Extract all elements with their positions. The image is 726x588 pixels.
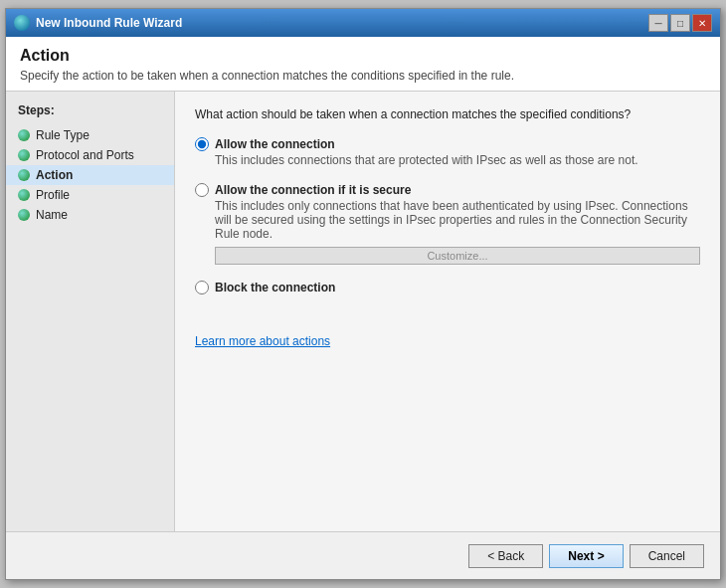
content-area: Steps: Rule Type Protocol and Ports Acti… [6,92,720,531]
step-label-name: Name [36,208,68,222]
option-allow-secure-row: Allow the connection if it is secure [195,183,700,197]
radio-allow-secure[interactable] [195,183,209,197]
maximize-button[interactable]: □ [670,14,690,32]
footer: < Back Next > Cancel [6,531,720,579]
option-allow-label: Allow the connection [215,137,335,151]
sidebar-item-action[interactable]: Action [6,165,174,185]
window-title: New Inbound Rule Wizard [36,16,182,30]
minimize-button[interactable]: ─ [648,14,668,32]
sidebar: Steps: Rule Type Protocol and Ports Acti… [6,92,175,531]
option-allow-secure-desc: This includes only connections that have… [215,199,700,241]
next-button[interactable]: Next > [549,544,623,568]
step-label-profile: Profile [36,188,70,202]
header-title: Action [20,47,706,65]
option-allow: Allow the connection This includes conne… [195,137,700,167]
step-dot-profile [18,189,30,201]
step-label-rule-type: Rule Type [36,128,90,142]
question-text: What action should be taken when a conne… [195,107,700,121]
sidebar-item-protocol-ports[interactable]: Protocol and Ports [6,145,174,165]
radio-allow[interactable] [195,137,209,151]
option-allow-secure: Allow the connection if it is secure Thi… [195,183,700,265]
radio-block[interactable] [195,281,209,294]
wizard-window: New Inbound Rule Wizard ─ □ ✕ Action Spe… [5,8,721,580]
header-area: Action Specify the action to be taken wh… [6,37,720,92]
step-dot-protocol-ports [18,149,30,161]
learn-more-link[interactable]: Learn more about actions [195,334,700,348]
title-bar-left: New Inbound Rule Wizard [14,15,182,31]
sidebar-item-rule-type[interactable]: Rule Type [6,125,174,145]
sidebar-item-name[interactable]: Name [6,205,174,225]
option-block-row: Block the connection [195,281,700,294]
customize-button[interactable]: Customize... [215,247,700,265]
option-allow-desc: This includes connections that are prote… [215,153,700,167]
back-button[interactable]: < Back [468,544,543,568]
option-block-label: Block the connection [215,281,335,294]
window-icon [14,15,30,31]
title-bar-buttons: ─ □ ✕ [648,14,712,32]
step-dot-rule-type [18,129,30,141]
step-dot-action [18,169,30,181]
header-description: Specify the action to be taken when a co… [20,69,706,83]
main-panel: What action should be taken when a conne… [175,92,720,531]
step-label-protocol-ports: Protocol and Ports [36,148,134,162]
step-label-action: Action [36,168,73,182]
sidebar-item-profile[interactable]: Profile [6,185,174,205]
cancel-button[interactable]: Cancel [630,544,704,568]
title-bar: New Inbound Rule Wizard ─ □ ✕ [6,9,720,37]
step-dot-name [18,209,30,221]
close-button[interactable]: ✕ [692,14,712,32]
radio-group: Allow the connection This includes conne… [195,137,700,294]
option-allow-secure-label: Allow the connection if it is secure [215,183,411,197]
option-allow-row: Allow the connection [195,137,700,151]
steps-label: Steps: [6,103,174,125]
option-block: Block the connection [195,281,700,294]
